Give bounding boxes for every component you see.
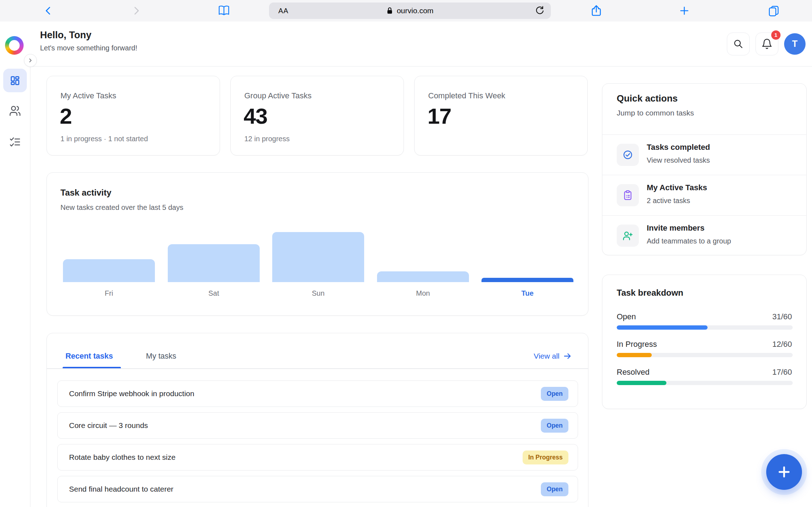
status-badge: In Progress	[523, 451, 568, 464]
reload-icon[interactable]	[534, 5, 545, 16]
axis-label-sat: Sat	[168, 289, 260, 297]
progress-fill-open	[617, 325, 708, 330]
status-badge: Open	[541, 419, 568, 433]
progress-track	[617, 381, 793, 385]
progress-fill-in-progress	[617, 353, 652, 357]
quick-action-my-active-tasks[interactable]: My Active Tasks 2 active tasks	[602, 175, 806, 216]
quick-action-title: Invite members	[647, 223, 704, 233]
task-title: Send final headcount to caterer	[69, 485, 173, 493]
sidebar-item-tasks[interactable]	[3, 130, 27, 154]
forward-icon[interactable]	[131, 5, 142, 16]
task-title: Core circuit — 3 rounds	[69, 421, 148, 430]
task-row[interactable]: Confirm Stripe webhook in production Ope…	[57, 380, 578, 407]
create-task-fab[interactable]	[766, 454, 802, 490]
quick-action-subtitle: View resolved tasks	[647, 156, 710, 164]
notifications-button[interactable]: 1	[755, 33, 778, 55]
breakdown-value-in-progress: 12/60	[772, 340, 792, 349]
progress-track	[617, 353, 793, 357]
stat-detail: 12 in progress	[244, 135, 290, 143]
bar-mon	[377, 271, 469, 282]
axis-label-sun: Sun	[272, 289, 364, 297]
stat-value: 43	[244, 103, 267, 129]
sidebar-expand-button[interactable]	[24, 54, 37, 67]
tab-my-tasks[interactable]: My tasks	[146, 352, 176, 361]
task-row[interactable]: Core circuit — 3 rounds Open	[57, 412, 578, 439]
arrow-right-icon	[563, 352, 572, 360]
user-plus-icon	[617, 225, 639, 247]
status-badge: Open	[541, 387, 568, 401]
task-breakdown-card: Task breakdown Open 31/60 In Progress 12…	[602, 275, 807, 409]
chart-subtitle: New tasks created over the last 5 days	[60, 203, 184, 212]
clipboard-list-icon	[617, 184, 639, 206]
page-subtitle: Let's move something forward!	[40, 44, 137, 52]
quick-action-subtitle: Add teammates to a group	[647, 237, 731, 245]
list-checks-icon	[9, 136, 21, 148]
browser-toolbar: AA ourvio.com	[0, 0, 812, 22]
stat-card-my-active-tasks: My Active Tasks 2 1 in progress · 1 not …	[47, 76, 220, 156]
quick-action-title: My Active Tasks	[647, 183, 707, 192]
app-logo[interactable]	[5, 36, 24, 55]
sidebar	[0, 21, 30, 507]
chart-title: Task activity	[60, 188, 111, 198]
sidebar-item-members[interactable]	[3, 99, 27, 123]
address-url: ourvio.com	[269, 3, 551, 19]
search-button[interactable]	[727, 33, 750, 55]
lock-icon	[386, 7, 393, 15]
view-all-link[interactable]: View all	[534, 352, 572, 360]
task-title: Rotate baby clothes to next size	[69, 453, 176, 462]
sidebar-item-dashboard[interactable]	[3, 69, 27, 92]
status-badge: Open	[541, 482, 568, 496]
task-row[interactable]: Send final headcount to caterer Open	[57, 476, 578, 502]
users-icon	[9, 105, 21, 117]
back-icon[interactable]	[43, 5, 54, 16]
breakdown-label-in-progress: In Progress	[617, 340, 657, 349]
recent-tasks-card: Recent tasks My tasks View all Confirm S…	[47, 333, 588, 507]
axis-label-fri: Fri	[63, 289, 155, 297]
quick-actions-subtitle: Jump to common tasks	[617, 109, 694, 117]
task-row[interactable]: Rotate baby clothes to next size In Prog…	[57, 444, 578, 471]
header-actions: 1 T	[727, 33, 806, 55]
dashboard-icon	[9, 75, 21, 86]
bookmarks-icon[interactable]	[218, 5, 230, 17]
bar-sat	[168, 244, 260, 282]
stat-value: 17	[427, 103, 451, 129]
quick-action-invite-members[interactable]: Invite members Add teammates to a group	[602, 215, 806, 256]
stat-value: 2	[60, 103, 72, 129]
axis-label-tue: Tue	[481, 289, 573, 297]
breakdown-label-open: Open	[617, 312, 636, 321]
bar-fri	[63, 259, 155, 282]
breakdown-value-resolved: 17/60	[772, 368, 792, 377]
address-bar[interactable]: AA ourvio.com	[269, 3, 551, 19]
tabs-divider	[47, 368, 588, 369]
tabs-overview-icon[interactable]	[768, 5, 780, 17]
stat-label: My Active Tasks	[60, 91, 116, 100]
progress-fill-resolved	[617, 381, 666, 385]
quick-action-tasks-completed[interactable]: Tasks completed View resolved tasks	[602, 134, 806, 175]
app-window: AA ourvio.com	[0, 0, 812, 507]
search-icon	[733, 39, 744, 49]
quick-action-subtitle: 2 active tasks	[647, 197, 690, 205]
new-tab-icon[interactable]	[679, 5, 690, 16]
bar-tue	[481, 278, 573, 282]
chevron-right-icon	[28, 58, 33, 63]
avatar[interactable]: T	[784, 33, 806, 55]
plus-icon	[776, 464, 792, 480]
breakdown-value-open: 31/60	[772, 312, 792, 321]
tab-recent-tasks[interactable]: Recent tasks	[65, 352, 113, 361]
bell-icon	[761, 38, 773, 50]
quick-actions-card: Quick actions Jump to common tasks Tasks…	[602, 83, 807, 255]
stat-card-group-active-tasks: Group Active Tasks 43 12 in progress	[230, 76, 404, 156]
bar-sun	[272, 232, 364, 282]
task-title: Confirm Stripe webhook in production	[69, 389, 194, 398]
quick-action-title: Tasks completed	[647, 143, 710, 152]
stat-label: Completed This Week	[428, 91, 505, 100]
check-circle-icon	[617, 144, 639, 166]
share-icon[interactable]	[590, 4, 603, 17]
breakdown-label-resolved: Resolved	[617, 368, 650, 377]
page-header: Hello, Tony Let's move something forward…	[30, 21, 812, 67]
quick-actions-title: Quick actions	[617, 93, 678, 104]
stat-card-completed-week: Completed This Week 17	[414, 76, 588, 156]
task-breakdown-title: Task breakdown	[617, 288, 683, 298]
stat-label: Group Active Tasks	[244, 91, 312, 100]
progress-track	[617, 325, 793, 330]
